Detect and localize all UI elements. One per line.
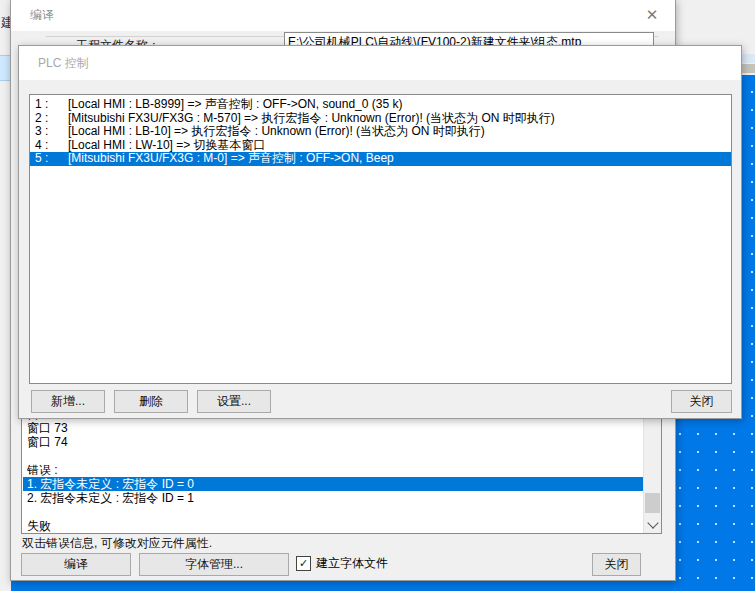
row-number: 1 : — [30, 98, 59, 112]
application-window: 建 编译 ✕ 工程文件名称： E:\公司机械PLC\自动线\(FV100-2)新… — [0, 0, 755, 591]
left-panel-selection — [0, 55, 10, 81]
delete-button[interactable]: 删除 — [114, 390, 188, 413]
output-line-error[interactable]: 2. 宏指令未定义 : 宏指令 ID = 1 — [23, 491, 643, 505]
row-text: [Mitsubishi FX3U/FX3G : M-0] => 声音控制 : O… — [59, 152, 731, 166]
row-text: [Local HMI : LB-10] => 执行宏指令 : Unknown (… — [59, 125, 731, 139]
compile-output-lines: 窗口 72 窗口 73 窗口 74 错误 : 1. 宏指令未定义 : 宏指令 I… — [23, 407, 643, 533]
compile-close-button[interactable]: 关闭 — [592, 553, 641, 576]
close-icon[interactable]: ✕ — [635, 2, 669, 28]
compile-dialog-title: 编译 — [30, 7, 54, 24]
output-line[interactable]: 窗口 74 — [23, 435, 643, 449]
plc-list-row[interactable]: 4 :[Local HMI : LW-10] => 切换基本窗口 — [30, 139, 731, 153]
background-window-fragment — [741, 54, 755, 63]
add-button[interactable]: 新增... — [31, 390, 105, 413]
output-line — [23, 449, 643, 463]
plc-list-row-selected[interactable]: 5 :[Mitsubishi FX3U/FX3G : M-0] => 声音控制 … — [30, 152, 731, 166]
plc-control-list[interactable]: 1 :[Local HMI : LB-8999] => 声音控制 : OFF->… — [29, 94, 732, 384]
checkbox-checked-icon[interactable]: ✓ — [296, 556, 311, 571]
settings-button[interactable]: 设置... — [197, 390, 271, 413]
chevron-down-icon — [647, 517, 658, 528]
row-text: [Local HMI : LB-8999] => 声音控制 : OFF->ON,… — [59, 98, 731, 112]
row-text: [Local HMI : LW-10] => 切换基本窗口 — [59, 139, 731, 153]
font-manage-button[interactable]: 字体管理... — [139, 553, 289, 576]
plc-control-dialog: PLC 控制 1 :[Local HMI : LB-8999] => 声音控制 … — [18, 45, 742, 419]
left-panel-sliver: 建 — [0, 0, 10, 591]
row-number: 5 : — [30, 152, 59, 166]
output-line — [23, 505, 643, 519]
row-text: [Mitsubishi FX3U/FX3G : M-570] => 执行宏指令 … — [59, 112, 731, 126]
scrollbar-thumb[interactable] — [645, 493, 660, 513]
output-line-error-selected[interactable]: 1. 宏指令未定义 : 宏指令 ID = 0 — [23, 477, 643, 491]
compile-button[interactable]: 编译 — [21, 553, 131, 576]
compile-dialog-titlebar[interactable]: 编译 — [11, 0, 675, 31]
plc-list-row[interactable]: 2 :[Mitsubishi FX3U/FX3G : M-570] => 执行宏… — [30, 112, 731, 126]
plc-dialog-title: PLC 控制 — [38, 55, 89, 72]
row-number: 2 : — [30, 112, 59, 126]
row-number: 4 : — [30, 139, 59, 153]
error-hint-text: 双击错误信息, 可修改对应元件属性. — [22, 535, 212, 552]
plc-list-row[interactable]: 1 :[Local HMI : LB-8999] => 声音控制 : OFF->… — [30, 98, 731, 112]
checkbox-label: 建立字体文件 — [316, 555, 388, 572]
row-number: 3 : — [30, 125, 59, 139]
output-line[interactable]: 窗口 73 — [23, 421, 643, 435]
plc-close-button[interactable]: 关闭 — [671, 390, 732, 413]
vertical-scrollbar[interactable] — [643, 406, 661, 533]
plc-list-row[interactable]: 3 :[Local HMI : LB-10] => 执行宏指令 : Unknow… — [30, 125, 731, 139]
left-panel-text-fragment: 建 — [1, 14, 10, 30]
compile-output-list[interactable]: 窗口 72 窗口 73 窗口 74 错误 : 1. 宏指令未定义 : 宏指令 I… — [21, 405, 662, 534]
output-line-failed: 失败 — [23, 519, 643, 533]
scrollbar-down-button[interactable] — [645, 517, 660, 533]
build-font-file-checkbox-group: ✓ 建立字体文件 — [296, 555, 388, 572]
plc-dialog-titlebar[interactable]: PLC 控制 — [19, 46, 741, 80]
output-line-errors-header: 错误 : — [23, 463, 643, 477]
background-window-fragment — [741, 64, 755, 73]
